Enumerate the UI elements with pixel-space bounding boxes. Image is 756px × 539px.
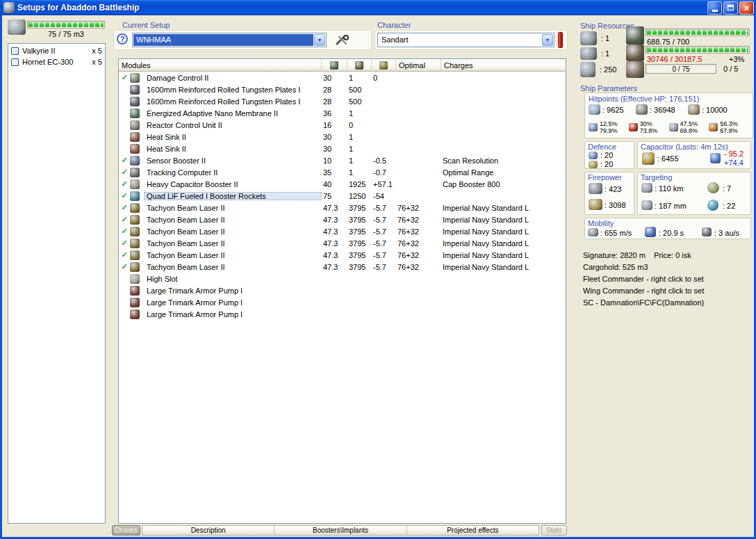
module-row[interactable]: ✓Tachyon Beam Laser II47.33795-5.776+32I… [119, 214, 566, 225]
character-combobox[interactable]: Sandart ▼ [377, 33, 554, 47]
module-row[interactable]: ✓Tachyon Beam Laser II47.33795-5.776+32I… [119, 202, 566, 214]
capacitor-column-header[interactable] [372, 59, 396, 72]
armor-repair-value: : 20 [600, 160, 613, 168]
module-row[interactable]: Heat Sink II301 [119, 143, 566, 154]
module-powergrid-value: 1925 [347, 180, 372, 188]
resist-group: 30%73.8% [629, 120, 669, 134]
bottom-tab[interactable]: Boosters\Implants [274, 526, 406, 535]
module-active-check-icon: ✓ [119, 216, 130, 223]
resist-icon [669, 123, 678, 131]
drone-list-item[interactable]: Valkyrie IIx 5 [9, 45, 104, 56]
resist-values: 30%73.8% [640, 120, 658, 134]
module-row[interactable]: ✓Tachyon Beam Laser II47.33795-5.776+32I… [119, 249, 566, 261]
setup-tools-button[interactable] [334, 34, 352, 47]
minimize-button[interactable] [707, 1, 722, 15]
powergrid-usage-text: 30746 / 30187.5 [647, 55, 702, 63]
module-icon [130, 73, 140, 83]
wing-commander-text[interactable]: Wing Commander - right click to set [583, 287, 704, 295]
sensor-strength-icon [707, 200, 718, 211]
module-row[interactable]: ✓Tachyon Beam Laser II47.33795-5.776+32I… [119, 237, 566, 249]
module-row[interactable]: High Slot [119, 273, 566, 284]
bottom-tab[interactable]: Projected effects [407, 526, 539, 535]
module-row[interactable]: Large Trimark Armor Pump I [119, 296, 566, 308]
structure-hp-icon [688, 104, 700, 115]
module-name: Tracking Computer II [144, 168, 322, 177]
drone-checkbox[interactable] [11, 58, 19, 66]
speed-value: : 655 m/s [600, 229, 632, 237]
dropdown-arrow-icon[interactable]: ▼ [542, 34, 553, 46]
module-name: Large Trimark Armor Pump I [144, 310, 322, 319]
maximize-button[interactable] [723, 1, 738, 15]
dps-value: : 423 [605, 185, 621, 193]
module-row[interactable]: ✓Tachyon Beam Laser II47.33795-5.776+32I… [119, 261, 566, 273]
drone-list[interactable]: Valkyrie IIx 5Hornet EC-300x 5 [8, 43, 106, 524]
targeting-range-icon [641, 183, 652, 193]
align-time-icon [645, 227, 656, 237]
module-cpu-value: 47.3 [322, 227, 347, 236]
module-row[interactable]: Reactor Control Unit II160 [119, 119, 566, 131]
module-row[interactable]: 1600mm Reinforced Rolled Tungsten Plates… [119, 83, 566, 95]
speed-icon [588, 228, 598, 236]
max-targets-value: : 7 [723, 184, 731, 193]
module-row[interactable]: Large Trimark Armor Pump I [119, 308, 566, 320]
stats-tab-button[interactable]: Stats [541, 525, 567, 536]
cargohold-text: Cargohold: 525 m3 [583, 263, 648, 271]
drone-bay-icon [8, 19, 26, 35]
fleet-commander-text[interactable]: Fleet Commander - right click to set [583, 275, 704, 283]
scan-resolution-icon [641, 200, 652, 210]
drone-checkbox[interactable] [11, 47, 19, 55]
shield-recharge-icon [589, 152, 598, 159]
drone-list-item[interactable]: Hornet EC-300x 5 [9, 56, 104, 67]
module-powergrid-value: 3795 [347, 227, 372, 236]
powergrid-column-header[interactable] [347, 59, 372, 72]
module-cap-value: -5.7 [372, 204, 396, 212]
module-row[interactable]: ✓Heavy Capacitor Booster II401925+57.1Ca… [119, 178, 566, 190]
module-optimal-value: 76+32 [396, 263, 441, 271]
armor-repair-icon [589, 161, 598, 168]
modules-header-label: Modules [122, 61, 151, 70]
module-row[interactable]: Energized Adaptive Nano Membrane II361 [119, 107, 566, 119]
module-name: Tachyon Beam Laser II [144, 251, 322, 259]
module-powergrid-value: 1250 [347, 192, 372, 200]
squad-commander-text: SC - Damnation\FC\FC(Damnation) [583, 298, 704, 307]
character-label: Character [377, 21, 411, 29]
module-icon [130, 120, 140, 130]
drone-capacity-fill [28, 22, 104, 27]
drones-tab-button[interactable]: Drones [112, 525, 140, 536]
optimal-column-header[interactable]: Optimal [396, 59, 441, 72]
module-charges-value: Imperial Navy Standard L [441, 239, 566, 248]
module-name: Reactor Control Unit II [144, 121, 322, 129]
module-cap-value: 0 [372, 74, 396, 82]
cpu-column-header[interactable] [322, 59, 347, 72]
module-optimal-value: 76+32 [396, 216, 441, 224]
modules-column-header[interactable]: Modules [119, 59, 322, 72]
hitpoints-label: Hitpoints (Effective HP: 176,151) [589, 95, 699, 103]
charges-column-header[interactable]: Charges [441, 59, 566, 72]
module-row[interactable]: 1600mm Reinforced Rolled Tungsten Plates… [119, 95, 566, 107]
module-optimal-value: 76+32 [396, 227, 441, 236]
window-buttons: × [706, 1, 754, 15]
module-active-check-icon: ✓ [119, 192, 130, 200]
help-icon[interactable]: ? [117, 33, 128, 45]
module-name: Energized Adaptive Nano Membrane II [144, 109, 322, 118]
module-row[interactable]: ✓Tachyon Beam Laser II47.33795-5.776+32I… [119, 225, 566, 237]
bottom-tab[interactable]: Description [142, 526, 274, 535]
module-row[interactable]: ✓Damage Control II3010 [119, 72, 566, 83]
title-bar[interactable]: Setups for Abaddon Battleship × [0, 0, 756, 15]
hitpoints-box: Hitpoints (Effective HP: 176,151) : 9625… [584, 92, 753, 138]
module-powergrid-value: 1 [347, 145, 372, 153]
close-button[interactable]: × [739, 1, 754, 15]
module-row[interactable]: ✓Sensor Booster II101-0.5Scan Resolution [119, 154, 566, 166]
module-row[interactable]: Heat Sink II301 [119, 131, 566, 143]
module-icon [130, 203, 140, 213]
powergrid-icon [626, 45, 644, 61]
dropdown-arrow-icon[interactable]: ▼ [314, 34, 325, 46]
module-icon [130, 286, 140, 296]
module-name: Tachyon Beam Laser II [144, 239, 322, 248]
module-row[interactable]: ✓Tracking Computer II351-0.7Optimal Rang… [119, 166, 566, 178]
module-row[interactable]: Large Trimark Armor Pump I [119, 284, 566, 296]
module-row[interactable]: ✓Quad LiF Fueled I Booster Rockets751250… [119, 190, 566, 202]
current-setup-combobox[interactable]: WNHMAA ▼ [132, 33, 327, 47]
module-icon [130, 191, 140, 201]
wrench-icon [335, 35, 350, 46]
